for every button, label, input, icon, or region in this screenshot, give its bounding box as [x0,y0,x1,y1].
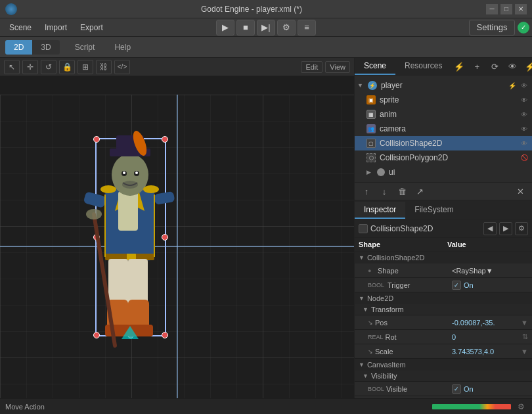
inspector-next-btn[interactable]: ▶ [499,222,512,235]
maximize-button[interactable]: □ [500,4,512,14]
svg-rect-19 [108,259,128,305]
canvas-area [0,76,354,398]
trigger-bool: ✓ On [452,281,474,290]
collision-eye[interactable]: 👁 [519,138,529,149]
lock-button[interactable]: 🔒 [59,60,75,74]
rotate-tool[interactable]: ↺ [41,60,56,74]
inspector-prev-btn[interactable]: ◀ [483,222,497,235]
visible-label: Visible [386,385,407,393]
tab-2d[interactable]: 2D [5,40,32,55]
tree-open-btn[interactable]: ↗ [412,184,428,198]
section-label-collision: CollisionShape2D [367,254,424,262]
scene-tree: ▼ ⚡ player ⚡ 👁 ▣ sprite 👁 [355,76,532,182]
collapse-transform: ▼ [363,306,368,313]
scene-more-btn[interactable]: ⚡ [522,59,532,74]
menu-export[interactable]: Export [74,20,110,35]
main-toolbar: 2D 3D Script Help [0,37,532,58]
node-enabled-checkbox[interactable] [359,224,368,233]
menu-import[interactable]: Import [38,20,74,35]
subsection-transform: ▼ Transform [355,304,532,315]
tree-item-collision-polygon[interactable]: ⬡ CollisionPolygon2D 🚫 [355,150,532,165]
inspector-settings-btn[interactable]: ⚙ [515,222,528,235]
polygon-visibility: 🚫 [519,152,529,163]
icon-anim: ▦ [366,110,376,119]
prop-value-scale[interactable]: 3.743573,4.0 ▼ [448,346,532,357]
viewport-toolbar: ↖ ✛ ↺ 🔒 ⊞ ⛓ </> Edit View [0,58,354,76]
prop-value-shape[interactable]: <RayShap▼ [448,265,532,276]
tree-item-player[interactable]: ▼ ⚡ player ⚡ 👁 [355,78,532,93]
view-menu[interactable]: View [325,61,350,73]
icon-sprite: ▣ [366,95,376,104]
edit-menu[interactable]: Edit [301,61,322,73]
shape-label: Shape [378,267,399,275]
title-bar-left [5,3,17,15]
tree-item-collision-shape[interactable]: ▢ CollisionShape2D 👁 [355,136,532,150]
prop-row-rot: REAL Rot 0 ⇅ [355,330,532,344]
tab-filesystem[interactable]: FileSystem [405,202,462,219]
tab-help[interactable]: Help [106,40,139,55]
shape-value-text: <RayShap▼ [452,267,493,275]
tree-item-ui[interactable]: ▶ ui [355,165,532,179]
minimize-button[interactable]: ─ [486,4,498,14]
subsection-visibility: ▼ Visibility [355,371,532,382]
more-button[interactable]: ≡ [298,20,316,35]
viewport[interactable]: ↖ ✛ ↺ 🔒 ⊞ ⛓ </> Edit View [0,58,355,398]
section-canvas-item: ▼ CanvasItem [355,359,532,371]
snap-button[interactable]: ⊞ [78,60,93,74]
tree-item-anim[interactable]: ▦ anim 👁 [355,107,532,122]
label-camera: camera [380,124,518,133]
prop-value-visible: ✓ On [448,383,532,395]
menu-scene[interactable]: Scene [3,20,38,35]
stop-button[interactable]: ■ [236,20,255,35]
scene-visibility-btn[interactable]: 👁 [504,59,520,74]
scale-expand-icon[interactable]: ▼ [521,348,528,356]
tree-close-btn[interactable]: ✕ [512,184,528,198]
anim-eye[interactable]: 👁 [519,109,529,120]
camera-eye[interactable]: 👁 [519,124,529,134]
trigger-type-icon: BOOL [368,282,384,288]
svg-point-14 [123,172,125,174]
tab-script[interactable]: Script [66,40,104,55]
close-button[interactable]: ✕ [515,4,527,14]
tab-inspector[interactable]: Inspector [355,202,405,219]
move-tool[interactable]: ✛ [22,60,38,74]
icon-collision-polygon: ⬡ [366,153,376,162]
tab-scene[interactable]: Scene [355,58,395,75]
play-button[interactable]: ▶ [216,20,234,35]
select-tool[interactable]: ↖ [4,60,20,74]
tab-3d[interactable]: 3D [32,40,59,55]
step-button[interactable]: ▶| [257,20,275,35]
prop-value-pos[interactable]: -0.09087,-35. ▼ [448,317,532,328]
tab-resources[interactable]: Resources [395,58,451,75]
link-button[interactable]: ⛓ [96,60,112,74]
tree-delete-btn[interactable]: 🗑 [394,184,410,198]
tree-down-btn[interactable]: ↓ [376,184,392,198]
scene-add-btn[interactable]: + [469,59,485,74]
player-eye[interactable]: 👁 [519,80,529,91]
collapse-visibility: ▼ [363,373,368,379]
tree-up-btn[interactable]: ↑ [359,184,374,198]
prop-name-pos: ↘ Pos [355,317,448,328]
scale-value-text: 3.743573,4.0 [452,348,494,356]
sprite-eye[interactable]: 👁 [519,95,529,105]
prop-value-rot[interactable]: 0 ⇅ [448,331,532,342]
debug-button[interactable]: ⚙ [277,20,296,35]
settings-button[interactable]: Settings [469,20,515,35]
label-collision-polygon: CollisionPolygon2D [380,153,518,162]
menu-bar: Scene Import Export ▶ ■ ▶| ⚙ ≡ Settings … [0,18,532,37]
tree-item-sprite[interactable]: ▣ sprite 👁 [355,93,532,107]
status-text: Move Action [5,403,428,411]
tree-item-camera[interactable]: 👥 camera 👁 [355,122,532,136]
visible-checkbox[interactable]: ✓ [452,384,461,394]
rot-spin-icon[interactable]: ⇅ [522,333,528,341]
scene-instance-btn[interactable]: ⟳ [487,59,502,74]
trigger-checkbox[interactable]: ✓ [452,281,461,290]
shape-dropdown[interactable]: <RayShap▼ [452,267,493,275]
audio-meter [432,404,511,409]
code-button[interactable]: </> [114,60,130,74]
audio-settings-btn[interactable]: ⚙ [515,401,527,413]
pos-expand-icon[interactable]: ▼ [521,319,528,327]
scene-new-btn[interactable]: ⚡ [451,59,467,74]
collapse-canvas: ▼ [359,361,365,368]
icon-ui [377,168,385,176]
